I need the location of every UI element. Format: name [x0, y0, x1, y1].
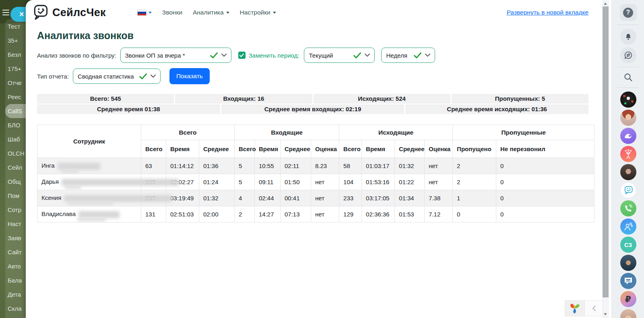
russia-flag-icon — [137, 10, 147, 16]
table-group-header-row: Сотрудник Всего Входящие Исходящие Пропу… — [37, 125, 594, 140]
search-icon — [623, 73, 633, 82]
employee-name: Владислава — [37, 206, 141, 222]
search-button[interactable] — [620, 71, 636, 84]
blurred-surname — [64, 195, 172, 202]
report-type-label: Тип отчета: — [37, 73, 69, 80]
summary-stats: Всего: 545 Входящих: 16 Исходящих: 524 П… — [37, 94, 588, 114]
divider — [617, 67, 639, 67]
replace-period-label[interactable]: Заменить период: — [249, 52, 299, 59]
avatar-woman-dark[interactable] — [620, 164, 636, 180]
report-type-select[interactable]: Сводная статистика — [73, 69, 161, 84]
help-button[interactable]: ? — [620, 4, 637, 21]
table-row[interactable]: Владислава 13102:51:0302:00 214:2707:13н… — [37, 206, 594, 222]
saleschek-logo: СейлсЧек — [31, 4, 106, 21]
ruble-app-icon[interactable]: ₽ — [620, 291, 636, 307]
period-unit-select[interactable]: Неделя — [381, 48, 435, 63]
filter-select[interactable]: Звонки ОП за вчера * — [120, 48, 231, 63]
wave-app-icon[interactable] — [620, 128, 636, 144]
widget-collapse-button[interactable] — [584, 301, 603, 316]
blurred-surname — [62, 179, 179, 186]
consultant-app-icon[interactable] — [620, 218, 636, 235]
group-total: Всего — [141, 125, 235, 140]
chevron-down-icon — [151, 75, 156, 78]
c3-app-icon[interactable]: C3 — [620, 237, 636, 253]
stat-avg-incoming: Среднее время входящих: 02:19 — [221, 104, 405, 114]
stat-outgoing: Исходящих: 524 — [314, 94, 450, 104]
conversations-button[interactable] — [620, 47, 636, 63]
stat-avg-outgoing: Среднее время исходящих: 01:36 — [405, 104, 588, 114]
replace-period-toggle: Заменить период: — [238, 52, 299, 59]
saleschek-extension-icon[interactable] — [620, 182, 636, 198]
avatar-man[interactable] — [620, 255, 636, 271]
group-chat-app-icon[interactable] — [620, 273, 636, 289]
chevron-down-icon — [365, 54, 370, 57]
subcol: Оценка — [425, 140, 453, 158]
calls-table: Сотрудник Всего Входящие Исходящие Пропу… — [37, 125, 594, 222]
avatar-woman-red-hair[interactable] — [620, 110, 636, 126]
stat-total: Всего: 545 — [37, 94, 174, 104]
subcol: Всего — [235, 140, 255, 158]
stat-avg-time: Среднее время 01:38 — [37, 104, 220, 114]
subcol: Оценка — [311, 140, 339, 158]
notifications-button[interactable] — [620, 29, 636, 45]
subcol: Время — [362, 140, 395, 158]
subcol: Не перезвонил — [496, 140, 594, 158]
subcol: Время — [255, 140, 281, 158]
subcol: Время — [166, 140, 199, 158]
nav-analytics[interactable]: Аналитика — [193, 9, 229, 16]
check-icon — [210, 52, 218, 58]
subcol: Среднее — [395, 140, 425, 158]
page-title: Аналитика звонков — [37, 30, 588, 42]
chevron-down-icon — [425, 54, 430, 57]
filter-label: Анализ звонков по фильтру: — [37, 52, 116, 59]
stat-missed: Пропущенных: 5 — [452, 94, 588, 104]
employee-name: Ксения — [37, 190, 141, 206]
tripetal-logo-button[interactable] — [565, 301, 584, 316]
group-incoming: Входящие — [235, 125, 339, 140]
group-missed: Пропущенные — [453, 125, 594, 140]
chat-sync-icon — [624, 51, 633, 60]
check-icon — [139, 73, 147, 79]
page-scrollbar[interactable] — [602, 0, 609, 318]
avatar-skull[interactable] — [620, 91, 636, 108]
tripetal-logo-icon — [569, 302, 581, 314]
stat-incoming: Входящих: 16 — [175, 94, 312, 104]
table-row[interactable]: Дарья 10902:02:2701:24 509:1101:50нет 10… — [37, 174, 594, 190]
divider — [617, 87, 639, 88]
employee-name: Инга — [37, 158, 141, 174]
table-row[interactable]: Ксения 23703:19:4901:32 402:4400:41нет 2… — [37, 190, 594, 206]
extension-side-widget — [565, 300, 603, 316]
subcol: Среднее — [199, 140, 235, 158]
replace-period-checkbox[interactable] — [238, 52, 246, 59]
chevron-down-icon — [149, 12, 152, 14]
subcol: Пропущено — [453, 140, 496, 158]
app-header: СейлсЧек Звонки Аналитика Настройки Разв… — [31, 2, 588, 23]
check-icon — [414, 52, 421, 58]
main-panel: СейлсЧек Звонки Аналитика Настройки Разв… — [26, 0, 602, 318]
expand-new-tab-link[interactable]: Развернуть в новой вкладке — [507, 9, 588, 16]
avatar-bottom-partial[interactable] — [620, 309, 636, 318]
nav-calls[interactable]: Звонки — [162, 9, 182, 16]
language-selector[interactable] — [137, 10, 152, 16]
chevron-down-icon — [221, 54, 227, 57]
table-row[interactable]: Инга 6301:14:1201:36 510:5502:118.23 580… — [37, 158, 594, 174]
chevron-down-icon — [226, 12, 229, 14]
smiley-bubble-icon — [31, 4, 49, 21]
subcol: Всего — [141, 140, 166, 158]
chevron-down-icon — [273, 12, 276, 14]
fundraising-app-icon[interactable] — [620, 146, 636, 162]
scroll-up-arrow[interactable] — [604, 2, 607, 5]
chevron-left-icon — [592, 306, 596, 311]
subcol: Среднее — [281, 140, 311, 158]
menu-icon[interactable] — [2, 10, 9, 15]
phone-app-icon[interactable] — [620, 200, 636, 216]
scrollbar-thumb[interactable] — [603, 6, 609, 297]
scroll-down-arrow[interactable] — [604, 313, 607, 316]
check-icon — [353, 52, 361, 58]
period-select[interactable]: Текущий — [304, 48, 375, 63]
group-outgoing: Исходящие — [339, 125, 453, 140]
show-button[interactable]: Показать — [169, 68, 210, 84]
blurred-surname — [58, 163, 100, 170]
nav-settings[interactable]: Настройки — [240, 9, 276, 16]
employee-name: Дарья — [37, 174, 141, 190]
